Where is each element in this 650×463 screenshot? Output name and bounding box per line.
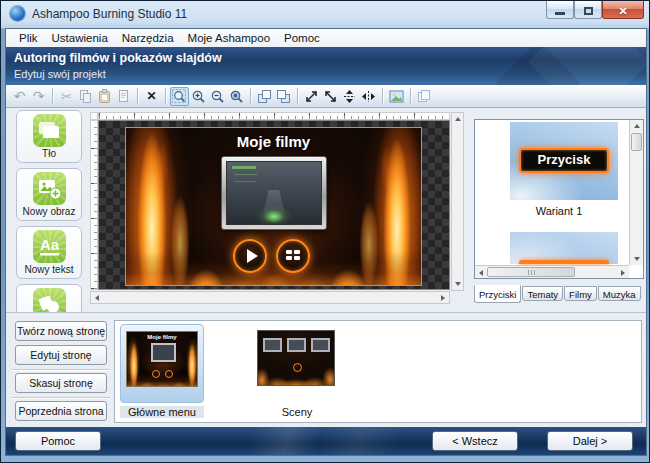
delete-icon[interactable]: ✕	[142, 87, 161, 106]
send-backward-icon[interactable]	[274, 87, 293, 106]
scroll-up-icon[interactable]	[634, 124, 640, 128]
center-vertical-icon[interactable]	[340, 87, 359, 106]
next-button[interactable]: Dalej >	[547, 431, 633, 451]
copy-icon[interactable]	[76, 87, 95, 106]
scrollbar-thumb[interactable]	[631, 133, 642, 151]
templates-panel: Przycisk Wariant 1 PrzyciskiT	[470, 108, 646, 305]
mini-play-button	[152, 370, 160, 378]
page-action-edytuj-stronę[interactable]: Edytuj stronę	[15, 345, 107, 365]
sidebar-button-nowy-obraz[interactable]: Nowy obraz	[16, 168, 82, 221]
tab-przyciski[interactable]: Przyciski	[474, 285, 521, 303]
duplicate-icon[interactable]	[415, 87, 434, 106]
sidebar-button-tło[interactable]: Tło	[16, 110, 82, 163]
paste-page-icon[interactable]	[114, 87, 133, 106]
sidebar-button-new-shape[interactable]	[16, 284, 82, 312]
mini-back-button	[293, 363, 302, 372]
scrollbar-thumb[interactable]	[487, 267, 575, 277]
menu-play-button[interactable]	[233, 239, 267, 273]
canvas-vertical-scrollbar[interactable]	[451, 112, 464, 291]
minimize-button[interactable]	[546, 1, 574, 19]
video-thumbnail	[226, 161, 322, 225]
scroll-left-icon[interactable]	[95, 295, 99, 301]
page-thumb-image	[257, 330, 335, 386]
scroll-up-icon[interactable]	[455, 117, 461, 121]
image-properties-icon[interactable]	[387, 87, 406, 106]
zoom-region-icon[interactable]	[170, 87, 189, 106]
menu-title-text[interactable]: Moje filmy	[126, 133, 421, 150]
template-button-preview: Przycisk	[519, 148, 609, 173]
undo-icon[interactable]: ↶	[10, 87, 29, 106]
page-action-poprzednia-strona[interactable]: Poprzednia strona	[15, 401, 107, 421]
video-thumbnail-frame[interactable]	[221, 156, 327, 230]
scroll-down-icon[interactable]	[455, 282, 461, 286]
vertical-ruler	[90, 120, 98, 290]
menu-item-pomoc[interactable]: Pomoc	[277, 32, 327, 44]
zoom-out-icon[interactable]	[208, 87, 227, 106]
tab-tematy[interactable]: Tematy	[522, 286, 563, 301]
template-item-partial[interactable]	[510, 232, 618, 264]
mini-grid-button	[165, 370, 173, 378]
menu-item-ustawienia[interactable]: Ustawienia	[45, 32, 115, 44]
play-icon	[247, 249, 265, 263]
back-button[interactable]: < Wstecz	[432, 431, 518, 451]
scroll-left-icon[interactable]	[479, 270, 483, 276]
page-action-twórz-nową-stronę[interactable]: Twórz nową stronę	[15, 321, 107, 341]
center-horizontal-icon[interactable]	[359, 87, 378, 106]
ruler-corner	[90, 112, 98, 120]
separator-line	[12, 369, 110, 370]
grid-icon	[286, 250, 292, 254]
page-action-skasuj-stronę[interactable]: Skasuj stronę	[15, 373, 107, 393]
canvas-area: Moje filmy	[90, 108, 464, 305]
toolbar-separator	[382, 88, 383, 104]
cut-icon[interactable]: ✂	[57, 87, 76, 106]
pages-section: Twórz nową stronęEdytuj stronęSkasuj str…	[6, 312, 646, 427]
menu-scenes-button[interactable]	[276, 239, 310, 273]
toolbar-separator	[165, 88, 166, 104]
resize-diagonal-icon[interactable]	[302, 87, 321, 106]
toolbar: ↶↷✂✕	[6, 85, 646, 108]
app-icon[interactable]	[10, 6, 25, 21]
bring-forward-icon[interactable]	[255, 87, 274, 106]
zoom-in-icon[interactable]	[189, 87, 208, 106]
title-bar[interactable]: Ashampoo Burning Studio 11 ✕	[1, 1, 649, 28]
close-icon: ✕	[618, 5, 627, 17]
menu-item-plik[interactable]: Plik	[12, 32, 45, 44]
help-button[interactable]: Pomoc	[15, 431, 101, 451]
client-area: PlikUstawieniaNarzędziaMoje AshampooPomo…	[5, 28, 647, 456]
workspace: TłoNowy obrazAaNowy tekst Moje filmy	[6, 108, 646, 312]
toolbar-separator	[52, 88, 53, 104]
templates-horizontal-scrollbar[interactable]	[475, 265, 629, 278]
scroll-right-icon[interactable]	[621, 270, 625, 276]
canvas-horizontal-scrollbar[interactable]	[90, 291, 450, 304]
resize-diagonal-2-icon[interactable]	[321, 87, 340, 106]
template-tabs: PrzyciskiTematyFilmyMuzyka	[474, 285, 642, 305]
new-text-icon: Aa	[33, 230, 66, 263]
templates-vertical-scrollbar[interactable]	[629, 120, 643, 265]
page-label: Główne menu	[120, 406, 204, 418]
sidebar-button-label: Nowy obraz	[17, 206, 81, 217]
menu-item-narz-dzia[interactable]: Narzędzia	[115, 32, 181, 44]
page-thumb-sceny[interactable]	[255, 324, 339, 403]
canvas-viewport[interactable]: Moje filmy	[98, 120, 450, 290]
templates-list[interactable]: Przycisk Wariant 1	[474, 119, 644, 279]
sidebar-button-nowy-tekst[interactable]: AaNowy tekst	[16, 226, 82, 279]
toolbar-separator	[297, 88, 298, 104]
dvd-menu-preview[interactable]: Moje filmy	[125, 127, 422, 286]
zoom-fit-icon[interactable]	[227, 87, 246, 106]
redo-icon[interactable]: ↷	[29, 87, 48, 106]
paste-icon[interactable]	[95, 87, 114, 106]
mini-scene-frame	[287, 338, 306, 352]
template-item-wariant-1[interactable]: Przycisk	[510, 122, 618, 200]
maximize-button[interactable]	[574, 1, 602, 19]
page-title: Autoring filmów i pokazów slajdów	[14, 51, 222, 65]
scroll-right-icon[interactable]	[441, 295, 445, 301]
template-item-label: Wariant 1	[475, 205, 643, 217]
tab-muzyka[interactable]: Muzyka	[598, 286, 641, 301]
scroll-down-icon[interactable]	[634, 257, 640, 261]
svg-text:Aa: Aa	[39, 236, 59, 253]
page-thumb-glowne-menu[interactable]: Moje filmy	[120, 324, 204, 403]
pages-panel: Moje filmy Główne menu Sceny	[114, 320, 642, 423]
menu-item-moje-ashampoo[interactable]: Moje Ashampoo	[181, 32, 277, 44]
tab-filmy[interactable]: Filmy	[564, 286, 597, 301]
close-button[interactable]: ✕	[602, 1, 644, 19]
